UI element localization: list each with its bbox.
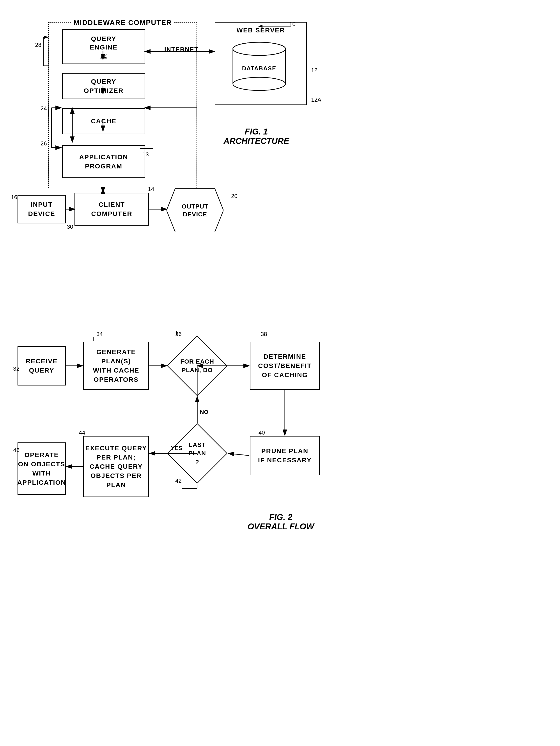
prune-plan-label: PRUNE PLANIF NECESSARY [258, 447, 312, 465]
operate-objects-box: OPERATEON OBJECTSWITHAPPLICATION [18, 442, 66, 495]
determine-cost-label: DETERMINECOST/BENEFITOF CACHING [258, 352, 312, 379]
ref-36: 36 [175, 331, 181, 338]
query-engine-num: 22 [101, 52, 107, 59]
svg-marker-5 [167, 189, 223, 232]
client-computer-box: CLIENTCOMPUTER [75, 193, 149, 226]
operate-objects-label: OPERATEON OBJECTSWITHAPPLICATION [17, 450, 66, 487]
ref-16: 16 [11, 194, 17, 201]
webserver-outer-box: WEB SERVER DATABASE [215, 22, 307, 105]
app-program-label: APPLICATIONPROGRAM [79, 152, 128, 171]
fig2-area: RECEIVEQUERY GENERATE PLAN(S)WITH CACHEO… [18, 328, 522, 548]
prune-plan-box: PRUNE PLANIF NECESSARY [250, 436, 320, 475]
ref-28: 28 [35, 41, 41, 49]
query-engine-box: QUERYENGINE 22 [62, 29, 145, 64]
for-each-plan-diamond: FOR EACHPLAN, DO [167, 335, 228, 396]
fig1-title: FIG. 1 ARCHITECTURE [223, 127, 289, 146]
client-computer-label: CLIENTCOMPUTER [91, 200, 132, 218]
last-plan-text: LASTPLAN? [189, 440, 206, 466]
svg-line-38 [228, 453, 249, 456]
execute-query-box: EXECUTE QUERYPER PLAN;CACHE QUERYOBJECTS… [83, 436, 149, 497]
ref-14: 14 [148, 186, 154, 193]
svg-point-3 [233, 42, 285, 55]
diagram-container: MIDDLEWARE COMPUTER QUERYENGINE 22 QUERY… [0, 0, 560, 746]
ref-38: 38 [261, 331, 267, 338]
last-plan-diamond: LASTPLAN? [167, 423, 228, 484]
ref-13: 13 [142, 151, 149, 158]
app-program-box: APPLICATIONPROGRAM [62, 145, 145, 178]
determine-cost-box: DETERMINECOST/BENEFITOF CACHING [250, 342, 320, 390]
ref-40: 40 [258, 429, 265, 436]
webserver-label: WEB SERVER [236, 27, 285, 34]
for-each-plan-text: FOR EACHPLAN, DO [180, 357, 214, 374]
ref-26: 26 [40, 140, 47, 147]
ref-10: 10 [289, 21, 296, 28]
ref-34: 34 [96, 331, 103, 338]
query-engine-label: QUERYENGINE [90, 34, 117, 52]
execute-query-label: EXECUTE QUERYPER PLAN;CACHE QUERYOBJECTS… [85, 443, 147, 490]
cache-label: CACHE [91, 117, 117, 126]
internet-label: INTERNET [164, 46, 198, 53]
ref-42: 42 [175, 478, 181, 484]
input-device-box: INPUTDEVICE [18, 195, 66, 223]
ref-46: 46 [13, 447, 20, 454]
fig1-area: MIDDLEWARE COMPUTER QUERYENGINE 22 QUERY… [18, 9, 324, 206]
ref-12a: 12A [311, 96, 321, 103]
svg-text:NO: NO [200, 409, 208, 415]
database-cylinder: DATABASE [228, 38, 290, 93]
query-optimizer-box: QUERYOPTIMIZER [62, 73, 145, 99]
ref-30: 30 [67, 223, 73, 230]
fig2-title: FIG. 2 OVERALL FLOW [248, 513, 314, 532]
input-device-label: INPUTDEVICE [28, 200, 55, 218]
receive-query-label: RECEIVEQUERY [26, 356, 58, 375]
ref-32: 32 [13, 365, 20, 372]
svg-point-2 [233, 77, 285, 90]
generate-plans-box: GENERATE PLAN(S)WITH CACHEOPERATORS [83, 342, 149, 390]
query-optimizer-label: QUERYOPTIMIZER [84, 77, 123, 95]
generate-plans-label: GENERATE PLAN(S)WITH CACHEOPERATORS [84, 347, 148, 384]
middleware-label: MIDDLEWARE COMPUTER [72, 19, 174, 27]
ref-24: 24 [40, 105, 47, 112]
svg-text:DEVICE: DEVICE [183, 211, 207, 218]
svg-text:DATABASE: DATABASE [242, 65, 277, 71]
ref-44: 44 [79, 429, 85, 436]
cache-box: CACHE [62, 108, 145, 134]
ref-12: 12 [311, 67, 317, 74]
receive-query-box: RECEIVEQUERY [18, 346, 66, 385]
svg-text:OUTPUT: OUTPUT [181, 203, 208, 210]
ref-20: 20 [231, 193, 237, 200]
output-device-hex: OUTPUT DEVICE [167, 189, 223, 232]
